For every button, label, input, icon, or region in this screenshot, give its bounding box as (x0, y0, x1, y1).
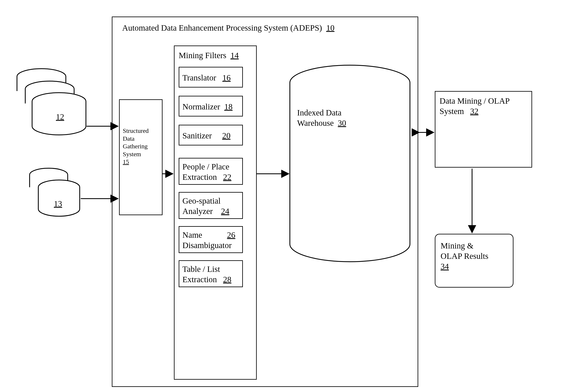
diagram-canvas: Automated Data Enhancement Processing Sy… (8, 8, 588, 390)
arrows-layer (8, 8, 588, 390)
